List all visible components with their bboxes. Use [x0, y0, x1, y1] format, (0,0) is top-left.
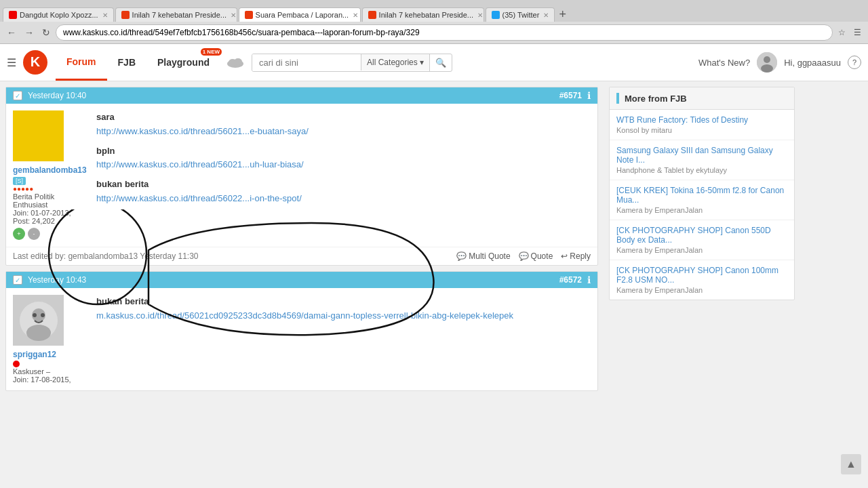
tab-5[interactable]: (35) Twitter ✕ [486, 7, 555, 22]
post-2-section: bukan berita m.kaskus.co.id/thread/56021… [96, 295, 591, 323]
svg-point-7 [761, 64, 773, 73]
new-tab-btn[interactable]: + [559, 7, 566, 22]
search-btn[interactable]: 🔍 [429, 54, 452, 71]
sidebar-item-3-sub: Kamera by EmperanJalan [616, 246, 787, 254]
tab-3[interactable]: Suara Pembaca / Laporan... ✕ [239, 7, 361, 22]
reply-btn[interactable]: ↩ Reply [561, 251, 591, 261]
search-area: All Categories ▾ 🔍 [252, 54, 452, 72]
post-1-avatar [13, 110, 64, 161]
post-1-badge: [S] [13, 177, 26, 185]
post-1-posts: Post: 24,202 [13, 217, 91, 225]
sidebar-fjb-section: More from FJB WTB Rune Factory: Tides of… [609, 87, 795, 300]
post-2-number: #6572 [559, 275, 582, 285]
post-2-avatar [13, 295, 64, 346]
sidebar-item-3-title: [CK PHOTOGRAPHY SHOP] Canon 550D Body ex… [616, 226, 787, 245]
forward-btn[interactable]: → [22, 26, 37, 39]
tab-1-label: Dangdut Koplo Xpozz... [20, 11, 98, 19]
post-1-username: gembalandomba13 [13, 165, 91, 175]
logo-icon: K [22, 49, 49, 76]
post-1-join: Join: 01-07-2013, [13, 209, 91, 217]
sidebar: More from FJB WTB Rune Factory: Tides of… [604, 81, 800, 420]
post-1-label1: sara [96, 112, 115, 122]
sidebar-item-0[interactable]: WTB Rune Factory: Tides of Destiny Konso… [610, 110, 794, 140]
kaskus-logo: K [22, 49, 49, 76]
post-1-green-icon[interactable]: + [13, 228, 25, 240]
tab-4-close[interactable]: ✕ [477, 12, 483, 19]
sidebar-item-4[interactable]: [CK PHOTOGRAPHY SHOP] Canon 100mm F2.8 U… [610, 260, 794, 300]
nav-forum[interactable]: Forum [56, 44, 107, 81]
svg-point-11 [26, 325, 51, 341]
post-1-gray-icon[interactable]: - [28, 228, 40, 240]
help-btn[interactable]: ? [848, 56, 861, 69]
back-btn[interactable]: ← [4, 26, 19, 39]
tab-3-label: Suara Pembaca / Laporan... [256, 11, 349, 19]
post-1-footer: Last edited by: gembalandomba13 Yesterda… [6, 247, 597, 265]
nav-badge: 1 NEW [201, 48, 222, 56]
post-1-section-bukan: bukan berita http://www.kaskus.co.id/thr… [96, 178, 591, 206]
post-1-link1[interactable]: http://www.kaskus.co.id/thread/56021...e… [96, 126, 309, 136]
menu-btn[interactable]: ☰ [851, 26, 864, 39]
sidebar-title-bar [616, 93, 619, 104]
nav-fjb[interactable]: FJB [107, 44, 146, 81]
tab-4-label: Inilah 7 kehebatan Preside... [379, 11, 473, 19]
user-avatar [757, 52, 777, 73]
svg-point-12 [33, 313, 37, 317]
post-1-timestamp: Yesterday 10:40 [28, 91, 554, 100]
site-header: ☰ K Forum FJB Playground 1 NEW All Categ… [0, 44, 868, 81]
tab-5-close[interactable]: ✕ [543, 12, 549, 19]
sidebar-title: More from FJB [610, 87, 794, 110]
sidebar-item-2[interactable]: [CEUK KREK] Tokina 16-50mm f2.8 for Cano… [610, 180, 794, 220]
post-1-icons: + - [13, 228, 91, 240]
category-dropdown[interactable]: All Categories ▾ [361, 54, 429, 70]
post-1-info-btn[interactable]: ℹ [587, 90, 591, 101]
address-input[interactable] [56, 24, 833, 41]
post-2-info-btn[interactable]: ℹ [587, 274, 591, 285]
post-2-username: spriggan12 [13, 350, 91, 359]
post-1-link2[interactable]: http://www.kaskus.co.id/thread/56021...u… [96, 159, 304, 169]
search-input[interactable] [252, 54, 361, 71]
post-1-content-col: sara http://www.kaskus.co.id/thread/5602… [91, 110, 591, 240]
post-1-link3[interactable]: http://www.kaskus.co.id/thread/56022...i… [96, 193, 302, 203]
reply-icon: ↩ [561, 251, 568, 261]
tab-2[interactable]: Inilah 7 kehebatan Preside... ✕ [115, 7, 237, 22]
post-2-header: ✓ Yesterday 10:43 #6572 ℹ [6, 272, 597, 288]
sidebar-item-4-title: [CK PHOTOGRAPHY SHOP] Canon 100mm F2.8 U… [616, 266, 787, 285]
star-btn[interactable]: ☆ [835, 26, 848, 39]
post-1-content: sara http://www.kaskus.co.id/thread/5602… [96, 110, 591, 206]
post-2: ✓ Yesterday 10:43 #6572 ℹ [5, 271, 598, 391]
sidebar-item-1-sub: Handphone & Tablet by ekytulayy [616, 166, 787, 174]
quote-btn[interactable]: 💬 Quote [519, 251, 553, 261]
tab-1-close[interactable]: ✕ [102, 12, 108, 19]
hamburger-btn[interactable]: ☰ [7, 56, 16, 69]
sidebar-item-2-title: [CEUK KREK] Tokina 16-50mm f2.8 for Cano… [616, 186, 787, 205]
sidebar-item-1-title: Samsung Galaxy SIII dan Samsung Galaxy N… [616, 146, 787, 165]
browser-chrome: Dangdut Koplo Xpozz... ✕ Inilah 7 keheba… [0, 0, 868, 44]
post-2-link[interactable]: m.kaskus.co.id/thread/56021cd0925233dc3d… [96, 310, 513, 321]
post-2-body: spriggan12 Kaskuser – Join: 17-08-2015, … [6, 288, 597, 390]
tab-2-label: Inilah 7 kehebatan Preside... [132, 11, 226, 19]
tab-1[interactable]: Dangdut Koplo Xpozz... ✕ [3, 7, 114, 22]
sidebar-item-3[interactable]: [CK PHOTOGRAPHY SHOP] Canon 550D Body ex… [610, 220, 794, 260]
post-2-user-col: spriggan12 Kaskuser – Join: 17-08-2015, [13, 295, 91, 384]
post-1-role: Berita Politik [13, 192, 91, 201]
tab-3-close[interactable]: ✕ [353, 12, 358, 19]
username-label: Hi, ggpaaasuu [784, 58, 841, 68]
post-1-checkbox[interactable]: ✓ [13, 91, 22, 100]
nav-playground[interactable]: Playground 1 NEW [146, 44, 220, 81]
chat-icon: 💬 [456, 251, 467, 261]
sidebar-item-1[interactable]: Samsung Galaxy SIII dan Samsung Galaxy N… [610, 140, 794, 180]
sidebar-item-4-sub: Kamera by EmperanJalan [616, 286, 787, 294]
tab-2-close[interactable]: ✕ [231, 12, 236, 19]
multi-quote-btn[interactable]: 💬 Multi Quote [456, 251, 510, 261]
post-2-checkbox[interactable]: ✓ [13, 275, 22, 285]
whats-new-btn[interactable]: What's New? [698, 58, 750, 68]
tab-4[interactable]: Inilah 7 kehebatan Preside... ✕ [362, 7, 484, 22]
tab-5-label: (35) Twitter [502, 11, 540, 19]
post-2-role: Kaskuser – [13, 367, 91, 375]
svg-point-6 [764, 56, 770, 63]
content-area: ✓ Yesterday 10:40 #6571 ℹ gembalandomba1… [0, 81, 604, 420]
post-1-actions: 💬 Multi Quote 💬 Quote ↩ Reply [456, 251, 591, 261]
post-2-online-dot [13, 361, 20, 367]
refresh-btn[interactable]: ↻ [39, 26, 53, 39]
post-1-body: gembalandomba13 [S] ●●●●● Berita Politik… [6, 104, 597, 247]
